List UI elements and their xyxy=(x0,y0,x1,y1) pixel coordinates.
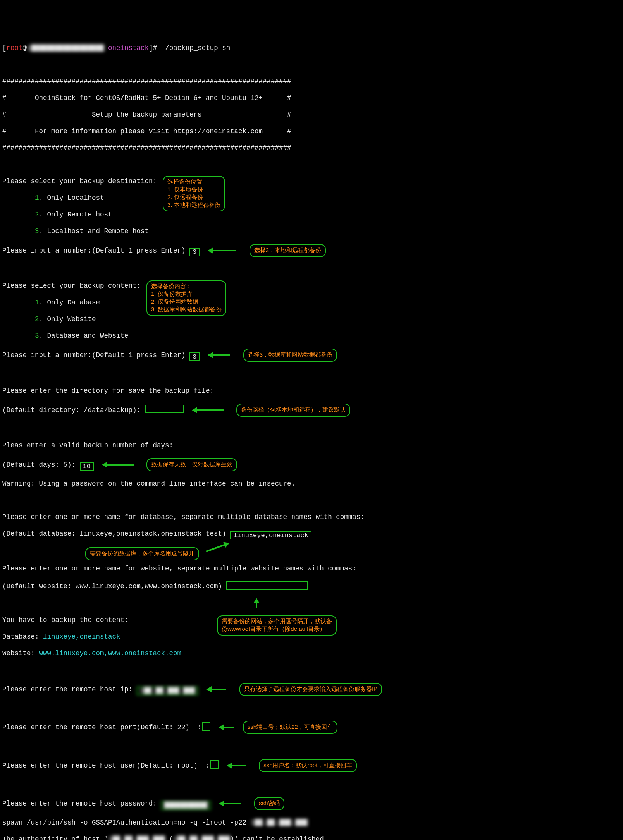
arrow-up-icon xyxy=(254,599,259,608)
arrow-icon xyxy=(208,353,230,357)
opt-text: . Database and Website xyxy=(39,332,129,340)
arrow-icon xyxy=(227,764,246,768)
header-line: # OneinStack for CentOS/RadHat 5+ Debian… xyxy=(2,94,621,103)
days-input[interactable]: 10 xyxy=(80,462,94,471)
arrow-icon xyxy=(205,541,229,553)
summary-db-val: linuxeye,oneinstack xyxy=(43,633,120,641)
terminal-output: [root@i██████████████████ oneinstack]# .… xyxy=(2,36,621,840)
web-line1: Please enter one or more name for websit… xyxy=(2,565,621,573)
dest-title: Please select your backup destination: xyxy=(2,177,157,185)
dest-anno-box: 选择备份位置1. 仅本地备份2. 仅远程备份3. 本地和远程都备份 xyxy=(163,176,225,211)
opt-text: . Only Website xyxy=(39,315,96,323)
command-input: ./backup_setup.sh xyxy=(161,44,231,52)
web-anno: 需要备份的网站，多个用逗号隔开，默认备份wwwroot目录下所有（除defaul… xyxy=(217,615,337,636)
days-line2: (Default days: 5): xyxy=(2,461,80,469)
prompt-line[interactable]: [root@i██████████████████ oneinstack]# .… xyxy=(2,44,621,53)
content-anno-box: 选择备份内容：1. 仅备份数据库2. 仅备份网站数据3. 数据库和网站数据都备份 xyxy=(146,280,226,316)
days-warn: Warning: Using a password on the command… xyxy=(2,480,621,488)
remote-ip-label: Please enter the remote host ip: xyxy=(2,685,137,693)
remote-port-input[interactable] xyxy=(202,722,210,731)
summary-web-label: Website: xyxy=(2,649,39,657)
header-border: ########################################… xyxy=(2,144,621,153)
opt-text: . Only Database xyxy=(39,299,100,306)
opt-text: . Localhost and Remote host xyxy=(39,227,149,235)
header-line: # For more information please visit http… xyxy=(2,127,621,136)
web-input[interactable] xyxy=(226,581,308,590)
opt-num: 2 xyxy=(35,315,39,323)
header-line: # Setup the backup parameters # xyxy=(2,111,621,119)
remote-pw-label: Please enter the remote host password: xyxy=(2,800,161,807)
opt-num: 1 xyxy=(35,299,39,306)
arrow-icon xyxy=(207,687,226,691)
db-anno: 需要备份的数据库，多个库名用逗号隔开 xyxy=(85,547,199,560)
opt-num: 1 xyxy=(35,194,39,202)
remote-pw-input[interactable]: ███████████ xyxy=(161,801,211,810)
ssh-auth: The authenticity of host '1██.██.███.███… xyxy=(2,835,621,840)
arrow-icon xyxy=(193,408,224,412)
remote-port-label: Please enter the remote host port(Defaul… xyxy=(2,723,202,731)
remote-ip-input[interactable]: 1██.██.███.███ xyxy=(137,687,198,695)
db-input[interactable]: linuxeye,oneinstack xyxy=(230,531,312,539)
remote-port-anno: ssh端口号；默认22，可直接回车 xyxy=(243,721,337,734)
dir-anno: 备份路径（包括本地和远程），建议默认 xyxy=(236,404,350,417)
dir-input[interactable] xyxy=(145,405,184,413)
dest-sel-anno: 选择3，本地和远程都备份 xyxy=(250,244,326,257)
remote-user-input[interactable] xyxy=(210,760,219,769)
days-line1: Pleas enter a valid backup number of day… xyxy=(2,441,621,450)
summary-web-val: www.linuxeye.com,www.oneinstack.com xyxy=(39,649,182,657)
content-prompt: Please input a number:(Default 1 press E… xyxy=(2,351,189,359)
db-line1: Please enter one or more name for databa… xyxy=(2,513,621,522)
ssh-spawn: spawn /usr/bin/ssh -o GSSAPIAuthenticati… xyxy=(2,819,621,827)
web-line2: (Default website: www.linuxeye.com,www.o… xyxy=(2,582,226,590)
arrow-icon xyxy=(103,463,134,467)
content-sel-anno: 选择3，数据库和网站数据都备份 xyxy=(243,349,337,362)
dir-line1: Please enter the directory for save the … xyxy=(2,387,621,395)
opt-text: . Only Remote host xyxy=(39,211,112,218)
remote-ip-anno: 只有选择了远程备份才会要求输入远程备份服务器IP xyxy=(239,683,382,696)
summary-title: You have to backup the content: xyxy=(2,616,129,624)
arrow-icon xyxy=(220,802,241,806)
dir-line2: (Default directory: /data/backup): xyxy=(2,406,145,414)
opt-text: . Only Localhost xyxy=(39,194,104,202)
days-anno: 数据保存天数，仅对数据库生效 xyxy=(146,458,237,471)
content-input[interactable]: 3 xyxy=(189,352,200,361)
arrow-icon xyxy=(208,249,236,253)
opt-num: 3 xyxy=(35,227,39,235)
remote-user-anno: ssh用户名；默认root，可直接回车 xyxy=(259,759,357,772)
remote-pw-anno: ssh密码 xyxy=(254,797,284,810)
arrow-icon xyxy=(219,725,234,729)
opt-num: 2 xyxy=(35,211,39,218)
dest-prompt: Please input a number:(Default 1 press E… xyxy=(2,246,189,254)
summary-db-label: Database: xyxy=(2,633,43,641)
dest-input[interactable]: 3 xyxy=(189,248,200,256)
remote-user-label: Please enter the remote host user(Defaul… xyxy=(2,761,210,769)
header-border: ########################################… xyxy=(2,77,621,86)
content-title: Please select your backup content: xyxy=(2,282,141,290)
db-line2: (Default database: linuxeye,oneinstack,o… xyxy=(2,530,230,538)
opt-num: 3 xyxy=(35,332,39,340)
